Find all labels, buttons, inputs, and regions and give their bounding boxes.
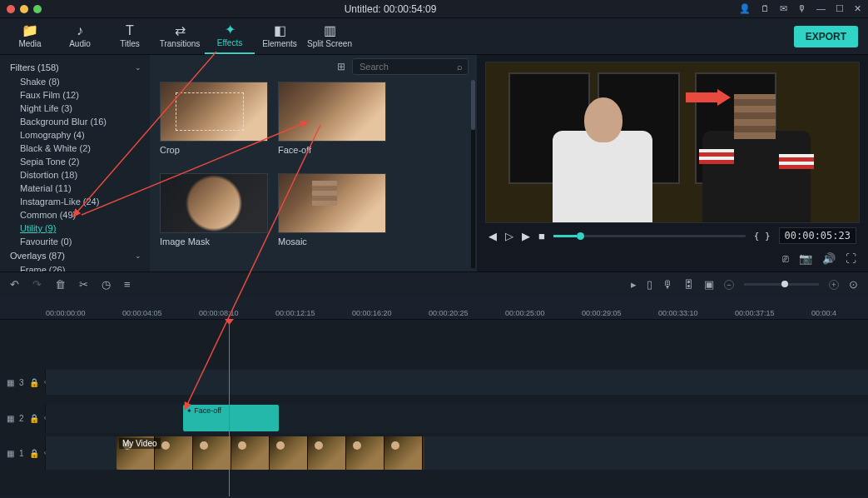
transport-bar: ◀ ▷ ▶ ■ { } 00:00:05:23 [485, 223, 860, 248]
sidebar-item[interactable]: Night Life (3) [7, 102, 150, 115]
voiceover-icon[interactable]: 🎙 [662, 278, 673, 291]
preview-video[interactable] [485, 62, 860, 223]
track-type-icon: ▦ [7, 378, 14, 387]
svg-marker-0 [686, 89, 731, 106]
sidebar-item[interactable]: Shake (8) [7, 75, 150, 88]
sidebar-item[interactable]: Instagram-Like (24) [7, 195, 150, 208]
timeline-toolbar: ↶ ↷ 🗑 ✂ ◷ ≡ ▸ ▯ 🎙 🎛 ▣ − + ⊙ [0, 271, 868, 296]
adjust-button[interactable]: ≡ [124, 278, 131, 291]
search-icon[interactable]: ⌕ [457, 62, 463, 72]
sidebar-item[interactable]: Background Blur (16) [7, 115, 150, 128]
tab-titles[interactable]: TTitles [105, 19, 155, 54]
sidebar-item[interactable]: Black & White (2) [7, 142, 150, 155]
effect-thumbnails: CropFace-offImage MaskMosaic [150, 78, 477, 271]
preview-bottom-bar: ⎚ 📷 🔊 ⛶ [485, 248, 860, 268]
marker-braces[interactable]: { } [754, 231, 771, 242]
close-dot[interactable] [7, 5, 15, 13]
sidebar-item[interactable]: Sepia Tone (2) [7, 155, 150, 168]
search-box[interactable]: ⌕ [352, 58, 469, 75]
prev-frame-button[interactable]: ◀ [489, 230, 497, 242]
speed-button[interactable]: ◷ [102, 278, 111, 291]
fullscreen-icon[interactable]: ⛶ [846, 252, 856, 265]
quality-icon[interactable]: ⎚ [782, 252, 789, 265]
lock-icon[interactable]: 🔒 [29, 378, 39, 387]
split-button[interactable]: ✂ [79, 278, 88, 291]
sidebar-item[interactable]: Faux Film (12) [7, 88, 150, 102]
tab-media[interactable]: 📁Media [5, 19, 55, 54]
track-number: 2 [19, 414, 24, 423]
ruler-tick: 00:00:25:00 [505, 309, 545, 317]
effect-thumb-image-mask[interactable]: Image Mask [160, 173, 268, 250]
zoom-fit-icon[interactable]: ⊙ [849, 278, 858, 291]
sidebar-item[interactable]: Frame (26) [7, 263, 150, 271]
snapshot-icon[interactable]: 📷 [799, 252, 812, 265]
mic-icon[interactable]: 🎙 [797, 3, 806, 14]
crop-icon[interactable]: ▣ [704, 278, 714, 291]
redo-button[interactable]: ↷ [32, 278, 42, 291]
effect-thumb-mosaic[interactable]: Mosaic [278, 173, 386, 250]
effect-thumb-face-off[interactable]: Face-off [278, 82, 386, 158]
user-icon[interactable]: 👤 [739, 3, 751, 14]
effect-thumb-crop[interactable]: Crop [160, 82, 268, 158]
track-head[interactable]: ▦ 1 🔒 👁 [0, 436, 46, 470]
sidebar-item[interactable]: Distortion (18) [7, 168, 150, 182]
playhead[interactable] [229, 320, 230, 496]
zoom-dot[interactable] [33, 5, 42, 13]
sidebar-item[interactable]: Lomography (4) [7, 128, 150, 142]
timeline: ⎘ 00:00:00:0000:00:04:0500:00:08:1000:00… [0, 296, 868, 496]
time-ruler[interactable]: 00:00:00:0000:00:04:0500:00:08:1000:00:1… [0, 296, 868, 320]
clip-faceoff[interactable]: ✦ Face-off [183, 405, 279, 431]
sidebar-cat-filters[interactable]: Filters (158) ⌄ [7, 60, 150, 75]
render-icon[interactable]: ▸ [631, 278, 637, 291]
mail-icon[interactable]: ✉ [780, 3, 787, 14]
progress-bar[interactable] [553, 235, 746, 237]
sidebar-cat-overlays[interactable]: Overlays (87) ⌄ [7, 248, 150, 263]
volume-icon[interactable]: 🔊 [822, 252, 836, 265]
stop-button[interactable]: ■ [538, 230, 545, 242]
minimize-dot[interactable] [20, 5, 28, 13]
chevron-down-icon: ⌄ [135, 63, 141, 72]
track-head[interactable]: ▦ 2 🔒 👁 [0, 403, 46, 433]
sidebar-item[interactable]: Material (11) [7, 182, 150, 195]
zoom-slider[interactable] [744, 283, 819, 286]
thumb-image [278, 82, 386, 142]
track-2: ▦ 2 🔒 👁 ✦ Face-off [0, 403, 868, 433]
minimize-icon[interactable]: — [816, 3, 826, 14]
preview-panel: ◀ ▷ ▶ ■ { } 00:00:05:23 ⎚ 📷 🔊 ⛶ [477, 55, 868, 271]
sidebar-item[interactable]: Common (49) [7, 208, 150, 222]
zoom-out-icon[interactable]: − [724, 280, 734, 290]
export-button[interactable]: EXPORT [794, 26, 858, 47]
grid-view-icon[interactable]: ⊞ [337, 61, 345, 72]
sidebar-item[interactable]: Utility (9) [7, 222, 150, 235]
next-frame-button[interactable]: ▶ [522, 230, 530, 242]
scrollbar[interactable] [471, 80, 475, 268]
effects-browser: ⊞ ⌕ CropFace-offImage MaskMosaic [150, 55, 477, 271]
tracks-area: ▦ 3 🔒 👁 ▦ 2 🔒 👁 ✦ Face-off ▦ [0, 320, 868, 496]
ruler-tick: 00:00:16:20 [352, 309, 392, 317]
zoom-in-icon[interactable]: + [829, 280, 839, 290]
track-head[interactable]: ▦ 3 🔒 👁 [0, 370, 46, 395]
tab-transitions[interactable]: ⇄Transitions [155, 19, 205, 54]
lock-icon[interactable]: 🔒 [29, 449, 39, 458]
delete-button[interactable]: 🗑 [55, 278, 66, 291]
tab-icon: ▥ [324, 24, 336, 37]
tab-effects[interactable]: ✦Effects [205, 19, 255, 54]
track-number: 3 [19, 378, 24, 387]
lock-icon[interactable]: 🔒 [29, 414, 39, 423]
play-button[interactable]: ▷ [505, 230, 513, 242]
scrollbar-thumb[interactable] [471, 80, 475, 130]
sidebar-item[interactable]: Favourite (0) [7, 235, 150, 248]
main-toolbar: 📁Media♪AudioTTitles⇄Transitions✦Effects◧… [0, 18, 868, 55]
ruler-tick: 00:00:37:15 [735, 309, 775, 317]
mixer-icon[interactable]: 🎛 [683, 278, 694, 291]
close-icon[interactable]: ✕ [854, 3, 861, 14]
tab-elements[interactable]: ◧Elements [255, 19, 305, 54]
search-input[interactable] [358, 61, 457, 72]
marker-icon[interactable]: ▯ [647, 278, 652, 291]
tab-split-screen[interactable]: ▥Split Screen [305, 19, 355, 54]
undo-button[interactable]: ↶ [10, 278, 19, 291]
maximize-icon[interactable]: ☐ [836, 3, 844, 14]
clip-video[interactable] [117, 436, 424, 470]
note-icon[interactable]: 🗒 [761, 3, 770, 14]
tab-audio[interactable]: ♪Audio [55, 19, 105, 54]
